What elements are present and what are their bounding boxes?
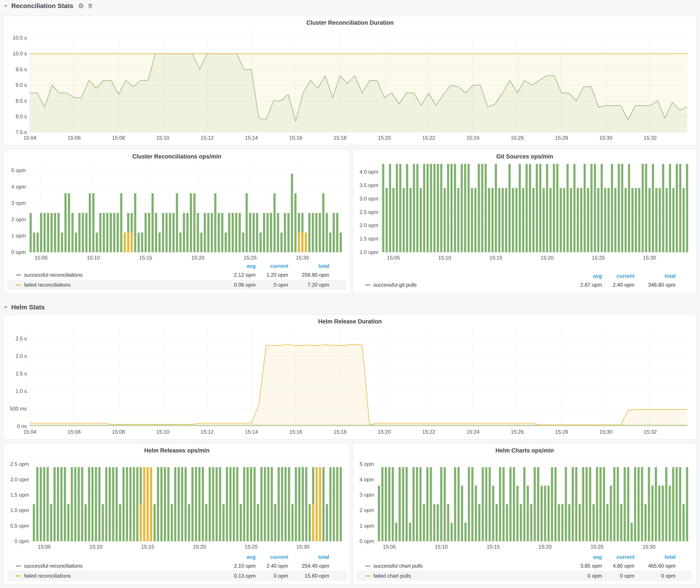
- cluster-reconciliation-duration-chart[interactable]: 15:0415:0615:0815:1015:1215:1415:1615:18…: [7, 27, 693, 142]
- svg-text:8.0 s: 8.0 s: [16, 113, 27, 119]
- legend-series-label[interactable]: failed reconciliations: [24, 573, 219, 579]
- legend-row: failed chart pulls 0 opm 0 opm 0 opm: [356, 571, 693, 581]
- svg-text:10.5 s: 10.5 s: [13, 35, 27, 41]
- svg-text:15:28: 15:28: [555, 135, 568, 141]
- panel-git-sources-ops: Git Sources ops/min 15:0515:1015:1515:20…: [353, 149, 697, 294]
- legend-series-label[interactable]: successful reconciliations: [24, 272, 219, 278]
- svg-text:15:32: 15:32: [644, 135, 657, 141]
- svg-text:1 opm: 1 opm: [360, 523, 374, 529]
- helm-release-duration-chart[interactable]: 15:0415:0615:0815:1015:1215:1415:1615:18…: [7, 326, 693, 436]
- legend: avg current total successful reconciliat…: [7, 553, 347, 581]
- panel-title[interactable]: Cluster Reconciliation Duration: [7, 18, 693, 27]
- svg-text:4 opm: 4 opm: [360, 477, 374, 482]
- panel-title[interactable]: Cluster Reconciliations ops/min: [7, 152, 347, 161]
- legend-avg-value: 0.06 opm: [219, 282, 256, 288]
- svg-text:4.0 opm: 4.0 opm: [360, 169, 378, 175]
- svg-text:15:20: 15:20: [378, 429, 391, 435]
- cluster-reconciliations-ops-chart[interactable]: 15:0515:1015:1515:2015:2515:300 opm1 opm…: [7, 161, 347, 262]
- svg-text:3 opm: 3 opm: [11, 200, 26, 206]
- legend-series-label[interactable]: successful chart pulls: [373, 563, 565, 569]
- svg-text:15:12: 15:12: [201, 135, 214, 141]
- panel-title[interactable]: Git Sources ops/min: [356, 152, 693, 161]
- svg-text:0 opm: 0 opm: [360, 538, 374, 544]
- panel-title[interactable]: Helm Releases ops/min: [7, 446, 347, 455]
- legend-header: avg current total: [7, 553, 347, 561]
- svg-text:15:05: 15:05: [38, 544, 51, 550]
- svg-text:15:24: 15:24: [466, 135, 479, 141]
- legend-col-total[interactable]: total: [288, 554, 329, 560]
- legend-row: failed reconciliations 0.13 opm 0 opm 15…: [7, 571, 347, 581]
- legend-col-total[interactable]: total: [634, 273, 676, 279]
- legend-col-avg[interactable]: avg: [219, 554, 256, 560]
- chevron-down-icon[interactable]: [3, 3, 8, 8]
- svg-text:0 ns: 0 ns: [17, 423, 27, 429]
- svg-text:2 opm: 2 opm: [360, 507, 374, 513]
- git-sources-ops-chart[interactable]: 15:0515:1015:1515:2015:2515:301.0 opm1.5…: [356, 161, 693, 262]
- legend-row: failed reconciliations 0.06 opm 0 opm 7.…: [7, 280, 347, 290]
- svg-text:15:16: 15:16: [289, 429, 302, 435]
- helm-releases-ops-chart[interactable]: 15:0515:1015:1515:2015:2515:300 opm0.5 o…: [7, 455, 347, 551]
- panel-cluster-reconciliation-duration: Cluster Reconciliation Duration 15:0415:…: [3, 16, 697, 145]
- panel-title[interactable]: Helm Charts ops/min: [356, 446, 693, 455]
- svg-text:15:15: 15:15: [139, 255, 152, 261]
- series-color-dash: [16, 565, 21, 567]
- svg-text:7.5 s: 7.5 s: [16, 129, 27, 135]
- svg-text:15:15: 15:15: [487, 544, 500, 550]
- panel-cluster-reconciliations-ops: Cluster Reconciliations ops/min 15:0515:…: [3, 149, 350, 294]
- legend-col-avg[interactable]: avg: [565, 273, 602, 279]
- legend-col-avg[interactable]: avg: [219, 263, 256, 269]
- series-color-dash: [16, 275, 21, 276]
- legend-series-label[interactable]: failed reconciliations: [24, 282, 219, 288]
- chevron-down-icon[interactable]: [3, 305, 8, 310]
- trash-icon[interactable]: [87, 3, 93, 9]
- legend-series-label[interactable]: successful git pulls: [373, 282, 565, 288]
- legend-avg-value: 2.87 opm: [565, 282, 602, 288]
- svg-text:2.5 opm: 2.5 opm: [360, 209, 378, 215]
- svg-text:15:20: 15:20: [541, 255, 554, 261]
- svg-text:15:10: 15:10: [438, 255, 451, 261]
- svg-text:15:30: 15:30: [643, 255, 656, 261]
- svg-text:15:15: 15:15: [141, 544, 154, 550]
- legend-series-label[interactable]: failed chart pulls: [373, 573, 565, 579]
- section-header-helm-stats: Helm Stats: [3, 303, 46, 312]
- svg-text:15:04: 15:04: [23, 135, 36, 141]
- svg-text:15:10: 15:10: [435, 544, 448, 550]
- legend-col-total[interactable]: total: [634, 554, 676, 560]
- gear-icon[interactable]: [78, 3, 84, 9]
- svg-text:1.5 s: 1.5 s: [16, 371, 27, 376]
- svg-text:15:30: 15:30: [296, 544, 309, 550]
- legend-col-current[interactable]: current: [256, 554, 288, 560]
- helm-charts-ops-chart[interactable]: 15:0515:1015:1515:2015:2515:300 opm1 opm…: [356, 455, 693, 551]
- svg-text:1.5 opm: 1.5 opm: [10, 492, 29, 498]
- svg-text:15:05: 15:05: [35, 255, 48, 261]
- svg-text:9.5 s: 9.5 s: [16, 66, 27, 72]
- section-header-reconciliation-stats: Reconciliation Stats: [3, 1, 93, 10]
- svg-text:15:04: 15:04: [23, 429, 36, 435]
- svg-text:15:08: 15:08: [112, 429, 125, 435]
- legend-avg-value: 2.12 opm: [219, 272, 256, 278]
- legend-col-avg[interactable]: avg: [565, 554, 602, 560]
- svg-text:15:28: 15:28: [555, 429, 568, 435]
- legend-col-current[interactable]: current: [602, 554, 634, 560]
- section-title[interactable]: Reconciliation Stats: [11, 2, 73, 10]
- svg-text:15:32: 15:32: [644, 429, 657, 435]
- svg-text:500 ms: 500 ms: [10, 406, 27, 412]
- panel-title[interactable]: Helm Release Duration: [7, 317, 693, 326]
- legend-total-value: 465.60 opm: [634, 563, 676, 569]
- svg-text:15:20: 15:20: [191, 255, 204, 261]
- legend-header: avg current total: [7, 262, 347, 270]
- svg-text:15:10: 15:10: [156, 135, 169, 141]
- svg-text:15:10: 15:10: [87, 255, 100, 261]
- legend-col-current[interactable]: current: [602, 273, 634, 279]
- legend-col-total[interactable]: total: [288, 263, 329, 269]
- svg-text:15:05: 15:05: [387, 255, 400, 261]
- legend-col-current[interactable]: current: [256, 263, 288, 269]
- svg-text:0.5 opm: 0.5 opm: [10, 523, 29, 529]
- svg-text:15:14: 15:14: [245, 135, 258, 141]
- svg-text:5 opm: 5 opm: [360, 461, 374, 467]
- section-title[interactable]: Helm Stats: [11, 304, 45, 311]
- legend-series-label[interactable]: successful reconciliations: [24, 563, 219, 569]
- svg-text:15:30: 15:30: [296, 255, 309, 261]
- svg-text:5 opm: 5 opm: [11, 167, 26, 173]
- legend-row: successful reconciliations 2.12 opm 1.20…: [7, 270, 347, 280]
